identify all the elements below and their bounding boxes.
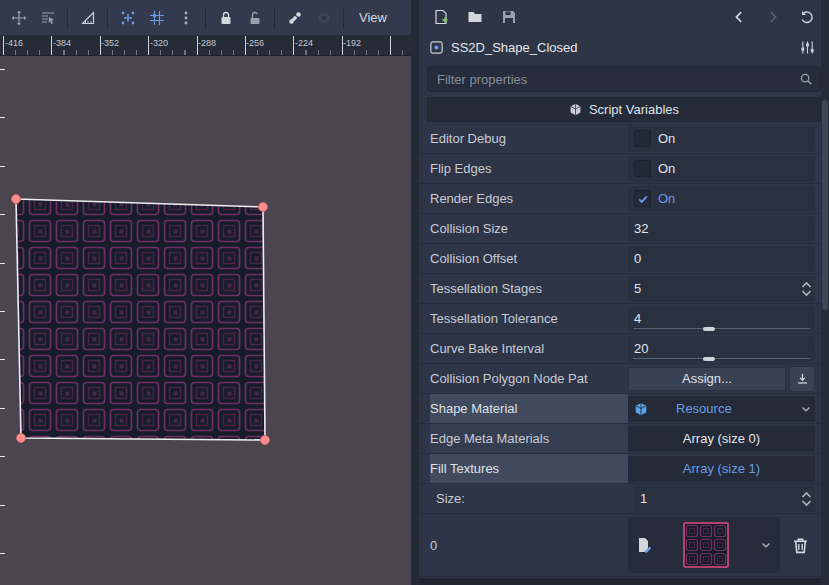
inspector-scrollbar[interactable] xyxy=(821,0,829,585)
number-field[interactable]: 5 xyxy=(628,276,815,302)
edited-object-name: SS2D_Shape_Closed xyxy=(451,40,577,55)
slider-grabber[interactable] xyxy=(703,327,715,331)
slider-grabber[interactable] xyxy=(703,357,715,361)
ruler-tick-label: -192 xyxy=(343,38,361,48)
new-resource-icon[interactable] xyxy=(429,5,453,29)
property-row-edge-meta-materials: Edge Meta Materials Array (size 0) xyxy=(419,424,829,454)
filter-properties-box xyxy=(427,66,821,92)
property-row-tessellation-stages: Tessellation Stages 5 xyxy=(419,274,829,304)
inspector-panel: SS2D_Shape_Closed Script Variables Edito… xyxy=(419,0,829,585)
canvas-toolbar: View xyxy=(0,0,411,36)
shape-overlay xyxy=(0,56,411,585)
chevron-down-icon xyxy=(800,403,812,415)
edit-resource-icon[interactable] xyxy=(636,537,652,553)
number-field[interactable]: 1 xyxy=(634,486,815,512)
ruler-tick-label: -352 xyxy=(101,38,119,48)
number-field[interactable]: 0 xyxy=(628,246,815,272)
array-edit-button[interactable]: Array (size 1) xyxy=(628,456,815,482)
assign-node-path-button[interactable]: Assign... xyxy=(628,367,786,391)
list-select-tool-icon[interactable] xyxy=(33,5,62,31)
property-row-shape-material: Shape Material Resource xyxy=(419,394,829,424)
next-section-partial xyxy=(419,578,821,585)
array-item-row-0: 0 xyxy=(419,514,829,577)
checkbox-editor-debug[interactable] xyxy=(634,130,651,147)
number-field[interactable]: 32 xyxy=(628,216,815,242)
texture-resource-picker[interactable] xyxy=(628,517,780,573)
chevron-down-icon[interactable] xyxy=(760,539,772,551)
checkbox-label: On xyxy=(658,131,675,146)
scrollbar-thumb[interactable] xyxy=(822,100,828,310)
property-list: Editor Debug On Flip Edges On Render Edg… xyxy=(419,124,829,577)
array-item-index: 0 xyxy=(430,514,628,576)
shape-handle[interactable] xyxy=(261,436,270,445)
property-label: Size: xyxy=(430,484,634,513)
toolbar-separator xyxy=(274,7,275,29)
slider-field[interactable]: 4 xyxy=(628,306,815,332)
filter-properties-input[interactable] xyxy=(435,71,799,88)
shape-handle[interactable] xyxy=(12,195,21,204)
section-label: Script Variables xyxy=(589,102,679,117)
spinbox-arrows-icon[interactable] xyxy=(801,491,812,507)
canvas-viewport[interactable]: View -416 -384 -352 -320 -288 -256 -224 … xyxy=(0,0,411,585)
property-row-collision-size: Collision Size 32 xyxy=(419,214,829,244)
smart-snap-icon[interactable] xyxy=(113,5,142,31)
skeleton-options-icon[interactable] xyxy=(309,5,338,31)
array-edit-button[interactable]: Array (size 0) xyxy=(628,426,815,452)
shape-handle[interactable] xyxy=(259,203,268,212)
slider-field[interactable]: 20 xyxy=(628,336,815,362)
inspector-toolbar xyxy=(419,0,829,34)
checkbox-label: On xyxy=(658,161,675,176)
property-row-collision-offset: Collision Offset 0 xyxy=(419,244,829,274)
shape-handle[interactable] xyxy=(17,434,26,443)
toolbar-separator xyxy=(67,7,68,29)
property-label: Editor Debug xyxy=(430,124,628,153)
ruler-tick-label: -416 xyxy=(5,38,23,48)
bone-icon[interactable] xyxy=(280,5,309,31)
history-back-icon[interactable] xyxy=(727,5,751,29)
texture-thumbnail[interactable] xyxy=(683,522,729,568)
slider-track xyxy=(633,358,810,359)
property-row-fill-textures: Fill Textures Array (size 1) xyxy=(419,454,829,484)
object-history-icon[interactable] xyxy=(795,5,819,29)
section-script-variables[interactable]: Script Variables xyxy=(427,97,821,122)
checkbox-render-edges[interactable] xyxy=(634,190,651,207)
2d-canvas[interactable] xyxy=(0,56,411,585)
checkbox-flip-edges[interactable] xyxy=(634,160,651,177)
ruler-tick-label: -224 xyxy=(295,38,313,48)
load-resource-folder-icon[interactable] xyxy=(463,5,487,29)
snap-options-menu-icon[interactable] xyxy=(171,5,200,31)
horizontal-ruler: -416 -384 -352 -320 -288 -256 -224 -192 xyxy=(0,36,411,56)
slider-track xyxy=(633,328,810,329)
toolbar-separator xyxy=(107,7,108,29)
lock-icon[interactable] xyxy=(211,5,240,31)
node-type-icon xyxy=(429,40,444,55)
toolbar-separator xyxy=(343,7,344,29)
resource-icon xyxy=(634,402,648,416)
ruler-tick-label: -256 xyxy=(246,38,264,48)
move-tool-icon[interactable] xyxy=(4,5,33,31)
history-forward-icon[interactable] xyxy=(761,5,785,29)
property-row-curve-bake-interval: Curve Bake Interval 20 xyxy=(419,334,829,364)
resource-dropdown[interactable]: Resource xyxy=(628,396,815,422)
closed-shape-polygon[interactable] xyxy=(16,199,265,440)
property-label: Fill Textures xyxy=(430,454,628,483)
ruler-tool-icon[interactable] xyxy=(73,5,102,31)
property-row-editor-debug: Editor Debug On xyxy=(419,124,829,154)
grid-snap-icon[interactable] xyxy=(142,5,171,31)
view-menu-button[interactable]: View xyxy=(351,7,395,28)
inspector-tools-icon[interactable] xyxy=(795,35,819,59)
property-label: Collision Polygon Node Pat xyxy=(430,364,628,393)
ruler-tick-label: -288 xyxy=(198,38,216,48)
pick-node-icon[interactable] xyxy=(789,366,815,392)
property-label: Curve Bake Interval xyxy=(430,334,628,363)
checkbox-label: On xyxy=(658,191,675,206)
property-label: Shape Material xyxy=(430,394,628,423)
delete-item-button[interactable] xyxy=(785,517,815,573)
property-label: Tessellation Stages xyxy=(430,274,628,303)
panel-divider[interactable] xyxy=(411,0,419,585)
property-row-tessellation-tolerance: Tessellation Tolerance 4 xyxy=(419,304,829,334)
spinbox-arrows-icon[interactable] xyxy=(801,281,812,297)
save-resource-icon[interactable] xyxy=(497,5,521,29)
unlock-icon[interactable] xyxy=(240,5,269,31)
script-variables-icon xyxy=(569,103,582,116)
